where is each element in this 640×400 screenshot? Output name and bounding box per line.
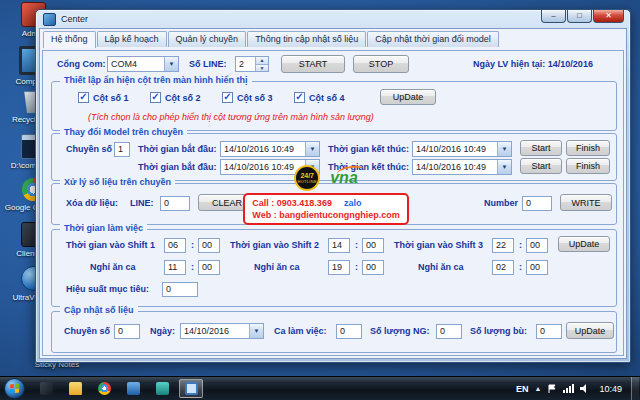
taskbar-app-explorer[interactable] — [63, 379, 87, 398]
tab-lap-ke-hoach[interactable]: Lập kế hoạch — [97, 31, 167, 47]
clear-line-input[interactable]: 0 — [160, 196, 190, 211]
minimize-button[interactable]: – — [541, 10, 566, 23]
taskbar-app-center-active[interactable] — [179, 379, 203, 398]
shift3-hour-input[interactable]: 22 — [492, 238, 514, 253]
ad-phone: Call : 0903.418.369 — [252, 198, 332, 208]
close-button[interactable]: ✕ — [593, 10, 624, 23]
clock[interactable]: 10:49 — [596, 384, 625, 394]
update-line-input[interactable]: 0 — [114, 324, 140, 339]
colon: : — [519, 240, 522, 250]
model-start-label: Thời gian bắt đầu: — [138, 162, 216, 172]
checkbox-cot-so-3[interactable]: ✓ Cột số 3 — [222, 92, 273, 103]
start-button[interactable]: START — [281, 55, 345, 73]
colon: : — [355, 262, 358, 272]
break3-hour-input[interactable]: 02 — [492, 260, 514, 275]
break1-minute-input[interactable]: 00 — [198, 260, 220, 275]
chevron-down-icon[interactable]: ▼ — [497, 160, 511, 174]
tab-strip: Hệ thống Lập kế hoạch Quản lý chuyền Thô… — [43, 31, 499, 47]
checkbox-box: ✓ — [222, 92, 233, 103]
model-end-datetime[interactable]: 14/10/2016 10:49 ▼ — [412, 141, 512, 157]
badge-text: 24/7 — [300, 172, 314, 179]
spin-down-icon[interactable]: ▼ — [256, 64, 268, 72]
target-efficiency-input[interactable]: 0 — [162, 282, 198, 297]
window-title: Center — [61, 14, 88, 24]
break1-hour-input[interactable]: 11 — [164, 260, 186, 275]
datetime-value: 14/10/2016 10:49 — [413, 160, 497, 174]
tab-cap-nhat-thoi-gian[interactable]: Cập nhật thời gian đổi model — [367, 31, 498, 47]
columns-note: (Tích chọn là cho phép hiển thị cột tươn… — [88, 112, 374, 122]
columns-update-button[interactable]: UpDate — [380, 89, 436, 105]
taskbar-apps — [34, 379, 203, 398]
show-desktop-button[interactable] — [631, 377, 639, 400]
datetime-value: 14/10/2016 — [181, 324, 249, 338]
checkbox-cot-so-2[interactable]: ✓ Cột số 2 — [150, 92, 201, 103]
shift3-label: Thời gian vào Shift 3 — [394, 240, 483, 250]
app-icon — [127, 382, 140, 395]
app-icon — [156, 382, 169, 395]
worktime-update-button[interactable]: UpDate — [558, 236, 610, 252]
tab-thong-tin-cap-nhat[interactable]: Thông tin cập nhật số liệu — [247, 31, 366, 47]
model-start-button[interactable]: Start — [520, 140, 562, 156]
shift2-hour-input[interactable]: 14 — [328, 238, 350, 253]
break2-hour-input[interactable]: 19 — [328, 260, 350, 275]
model-finish-button[interactable]: Finish — [566, 158, 610, 174]
com-port-select[interactable]: COM4 ▼ — [107, 56, 179, 72]
checkbox-label: Cột số 3 — [237, 93, 273, 103]
shift1-hour-input[interactable]: 06 — [164, 238, 186, 253]
datetime-value: 14/10/2016 10:49 — [221, 142, 305, 156]
check-icon: ✓ — [223, 92, 231, 101]
tab-he-thong[interactable]: Hệ thống — [43, 31, 96, 48]
model-start-datetime[interactable]: 14/10/2016 10:49 ▼ — [220, 141, 320, 157]
break2-minute-input[interactable]: 00 — [362, 260, 384, 275]
shift2-minute-input[interactable]: 00 — [362, 238, 384, 253]
update-shift-input[interactable]: 0 — [336, 324, 362, 339]
tab-quan-ly-chuyen[interactable]: Quản lý chuyền — [168, 31, 247, 47]
colon: : — [191, 262, 194, 272]
taskbar-app-media[interactable] — [34, 379, 58, 398]
chevron-down-icon[interactable]: ▼ — [164, 57, 178, 71]
break3-label: Nghỉ ăn ca — [418, 262, 464, 272]
taskbar-app-teal[interactable] — [150, 379, 174, 398]
model-start-label: Thời gian bắt đầu: — [138, 144, 216, 154]
update-ng-input[interactable]: 0 — [436, 324, 462, 339]
number-label: Number — [484, 198, 518, 208]
language-indicator[interactable]: EN — [516, 384, 529, 394]
update-bu-input[interactable]: 0 — [536, 324, 562, 339]
checkbox-cot-so-1[interactable]: ✓ Cột số 1 — [78, 92, 129, 103]
shift1-minute-input[interactable]: 00 — [198, 238, 220, 253]
chevron-down-icon[interactable]: ▼ — [497, 142, 511, 156]
start-menu-button[interactable] — [4, 378, 25, 399]
model-start-button[interactable]: Start — [520, 158, 562, 174]
chevron-down-icon[interactable]: ▼ — [305, 142, 319, 156]
line-count-stepper[interactable]: 2 ▲ ▼ — [235, 56, 269, 72]
volume-icon[interactable] — [580, 384, 590, 393]
tray-expand-icon[interactable]: ▲ — [535, 385, 542, 392]
break3-minute-input[interactable]: 00 — [526, 260, 548, 275]
target-efficiency-label: Hiệu suất mục tiêu: — [66, 284, 149, 294]
model-end-datetime[interactable]: 14/10/2016 10:49 ▼ — [412, 159, 512, 175]
maximize-button[interactable]: □ — [567, 10, 592, 23]
chevron-down-icon[interactable]: ▼ — [249, 324, 263, 338]
center-window: Center – □ ✕ Hệ thống Lập kế hoạch Quản … — [35, 9, 631, 363]
network-icon[interactable] — [563, 384, 574, 393]
update-date-picker[interactable]: 14/10/2016 ▼ — [180, 323, 264, 339]
stop-button[interactable]: STOP — [353, 55, 409, 73]
action-center-icon[interactable] — [547, 384, 557, 394]
number-input[interactable]: 0 — [522, 196, 552, 211]
update-shift-label: Ca làm việc: — [274, 326, 327, 336]
write-button[interactable]: WRITE — [560, 194, 612, 211]
line-count-value: 2 — [236, 57, 255, 71]
windows-flag-icon — [10, 384, 19, 394]
update-data-button[interactable]: UpDate — [566, 322, 614, 339]
taskbar-app-chrome[interactable] — [92, 379, 116, 398]
model-finish-button[interactable]: Finish — [566, 140, 610, 156]
window-controls: – □ ✕ — [541, 10, 624, 23]
ad-call-line: Call : 0903.418.369zalo — [252, 197, 399, 209]
update-group: Cập nhật số liệu Chuyền số 0 Ngày: 14/10… — [51, 311, 617, 353]
taskbar-app-blue[interactable] — [121, 379, 145, 398]
break2-label: Nghỉ ăn ca — [254, 262, 300, 272]
model-line-input[interactable]: 1 — [114, 142, 130, 157]
shift3-minute-input[interactable]: 00 — [526, 238, 548, 253]
folder-icon — [69, 382, 82, 395]
checkbox-cot-so-4[interactable]: ✓ Cột số 4 — [294, 92, 345, 103]
